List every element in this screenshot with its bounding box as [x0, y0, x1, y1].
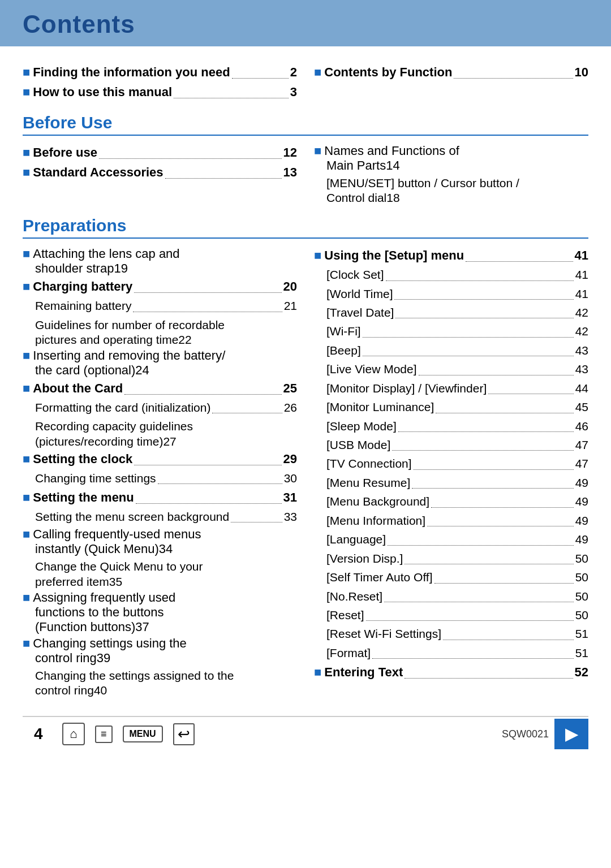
dots-finding	[232, 78, 289, 79]
toc-live-view: [Live View Mode] 43	[314, 361, 588, 378]
toc-remaining: Remaining battery 21	[23, 297, 297, 314]
bullet-finding: ■	[23, 63, 30, 81]
home-icon[interactable]: ⌂	[62, 723, 85, 745]
toc-setup-menu: ■ Using the [Setup] menu 41	[314, 247, 588, 265]
footer-icons[interactable]: ⌂ ≡ MENU ↩	[62, 723, 195, 745]
section-preparations: Preparations ■ Attaching the lens cap an…	[23, 216, 588, 699]
toc-self-timer: [Self Timer Auto Off] 50	[314, 569, 588, 586]
toc-sleep-mode: [Sleep Mode] 46	[314, 418, 588, 435]
section-before-use-heading: Before Use	[23, 113, 588, 136]
toc-clock-set: [Clock Set] 41	[314, 266, 588, 283]
footer-page-number: 4	[23, 725, 51, 743]
preparations-col-left: ■ Attaching the lens cap and shoulder st…	[23, 247, 297, 699]
preparations-cols: ■ Attaching the lens cap and shoulder st…	[23, 247, 588, 699]
toc-inserting: ■ Inserting and removing the battery/ th…	[23, 348, 297, 378]
toc-about-card: ■ About the Card 25	[23, 379, 297, 398]
toc-menu-set: [MENU/SET] button / Cursor button / Cont…	[314, 175, 588, 205]
label-howto: How to use this manual	[33, 83, 172, 101]
before-use-col-left: ■ Before use 12 ■ Standard Accessories 1…	[23, 144, 297, 206]
top-toc: ■ Finding the information you need 2 ■ H…	[23, 63, 588, 103]
toc-menu-background: [Menu Background] 49	[314, 493, 588, 510]
toc-monitor-display: [Monitor Display] / [Viewfinder] 44	[314, 380, 588, 397]
toc-attaching: ■ Attaching the lens cap and shoulder st…	[23, 247, 297, 276]
toc-changing-time: Changing time settings 30	[23, 470, 297, 487]
toc-world-time: [World Time] 41	[314, 286, 588, 303]
toc-usb-mode: [USB Mode] 47	[314, 437, 588, 454]
header-title: Contents	[23, 10, 135, 38]
list-icon[interactable]: ≡	[95, 726, 113, 743]
menu-button[interactable]: MENU	[123, 726, 163, 742]
toc-tv-connection: [TV Connection] 47	[314, 455, 588, 472]
header: Contents	[0, 0, 611, 46]
toc-reset-wifi: [Reset Wi-Fi Settings] 51	[314, 625, 588, 642]
top-toc-right: ■ Contents by Function 10	[314, 63, 588, 103]
toc-item-contents-by-func: ■ Contents by Function 10	[314, 63, 588, 81]
toc-menu-resume: [Menu Resume] 49	[314, 474, 588, 491]
footer-sqw: SQW0021	[502, 728, 549, 740]
toc-change-quick: Change the Quick Menu to your preferred …	[23, 558, 297, 588]
before-use-col-right: ■ Names and Functions of Main Parts 14 […	[314, 144, 588, 206]
toc-control-ring: ■ Changing settings using the control ri…	[23, 636, 297, 666]
label-finding: Finding the information you need	[33, 63, 230, 81]
toc-menu-bg: Setting the menu screen background 33	[23, 508, 297, 525]
toc-recording-cap: Recording capacity guidelines (pictures/…	[23, 418, 297, 448]
toc-setting-clock: ■ Setting the clock 29	[23, 450, 297, 468]
arrow-icon: ▶	[565, 725, 578, 744]
toc-item-howto: ■ How to use this manual 3	[23, 83, 297, 101]
toc-version-disp: [Version Disp.] 50	[314, 550, 588, 567]
toc-before-use: ■ Before use 12	[23, 144, 297, 162]
footer: 4 ⌂ ≡ MENU ↩ SQW0021 ▶	[23, 716, 588, 751]
toc-guidelines: Guidelines for number of recordable pict…	[23, 317, 297, 347]
section-before-use: Before Use ■ Before use 12 ■ Standard Ac…	[23, 113, 588, 206]
section-preparations-heading: Preparations	[23, 216, 588, 239]
toc-menu-info: [Menu Information] 49	[314, 512, 588, 529]
toc-travel-date: [Travel Date] 42	[314, 304, 588, 321]
label-contents: Contents by Function	[324, 63, 452, 81]
toc-wifi: [Wi-Fi] 42	[314, 323, 588, 340]
toc-reset: [Reset] 50	[314, 607, 588, 624]
bullet-howto: ■	[23, 83, 30, 101]
bullet-contents: ■	[314, 63, 321, 81]
top-toc-left: ■ Finding the information you need 2 ■ H…	[23, 63, 297, 103]
toc-beep: [Beep] 43	[314, 342, 588, 359]
toc-entering-text: ■ Entering Text 52	[314, 663, 588, 681]
dots-contents	[454, 78, 573, 79]
page-finding: 2	[290, 63, 297, 81]
dots-howto	[174, 98, 289, 98]
footer-next-arrow[interactable]: ▶	[554, 719, 588, 749]
toc-quick-menu: ■ Calling frequently-used menus instantl…	[23, 527, 297, 556]
toc-names-functions: ■ Names and Functions of Main Parts 14	[314, 144, 588, 173]
toc-formatting: Formatting the card (initialization) 26	[23, 399, 297, 416]
page-howto: 3	[290, 83, 297, 101]
page-contents: 10	[575, 63, 588, 81]
toc-assigning: ■ Assigning frequently used functions to…	[23, 590, 297, 634]
toc-language: [Language] 49	[314, 531, 588, 548]
toc-setting-menu: ■ Setting the menu 31	[23, 489, 297, 507]
toc-standard-acc: ■ Standard Accessories 13	[23, 163, 297, 182]
toc-monitor-lum: [Monitor Luminance] 45	[314, 399, 588, 416]
back-icon[interactable]: ↩	[173, 723, 195, 745]
preparations-col-right: ■ Using the [Setup] menu 41 [Clock Set] …	[314, 247, 588, 699]
toc-item-finding: ■ Finding the information you need 2	[23, 63, 297, 81]
toc-format: [Format] 51	[314, 645, 588, 662]
toc-settings-assigned: Changing the settings assigned to the co…	[23, 667, 297, 697]
toc-charging: ■ Charging battery 20	[23, 278, 297, 296]
toc-no-reset: [No.Reset] 50	[314, 588, 588, 605]
before-use-cols: ■ Before use 12 ■ Standard Accessories 1…	[23, 144, 588, 206]
